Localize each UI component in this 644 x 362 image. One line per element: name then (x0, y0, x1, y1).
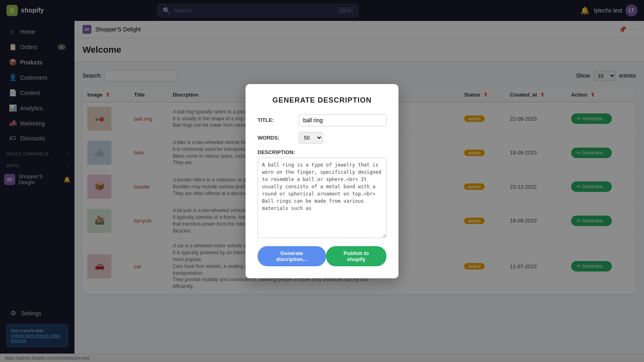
generate-description-modal: GENERATE DESCRIPTION TITLE: WORDS: 10 20… (246, 84, 398, 278)
modal-description-label: DESCRIPTION: (258, 149, 386, 155)
publish-to-shopify-button[interactable]: Publish to shopify (326, 246, 386, 266)
modal-title-field: TITLE: (258, 114, 386, 126)
main-content: SD Shopper'S Delight 📌 ··· Welcome Searc… (74, 21, 644, 354)
modal-actions: Generate discription... Publish to shopi… (258, 246, 386, 266)
modal-description-field: DESCRIPTION: A ball ring is a type of je… (258, 149, 386, 240)
modal-words-label: WORDS: (258, 135, 294, 141)
modal-description-textarea[interactable]: A ball ring is a type of jewelry that is… (258, 158, 386, 238)
modal-title-input[interactable] (299, 114, 386, 126)
modal-words-select[interactable]: 10 20 30 40 50 100 (299, 132, 323, 144)
modal-overlay[interactable]: GENERATE DESCRIPTION TITLE: WORDS: 10 20… (74, 21, 644, 354)
modal-title-label: TITLE: (258, 117, 294, 123)
generate-description-button[interactable]: Generate discription... (258, 246, 326, 266)
layout: ⌂ Home 📋 Orders 6 📦 Products 👤 Customers… (0, 21, 644, 354)
modal-words-field: WORDS: 10 20 30 40 50 100 (258, 132, 386, 144)
modal-title: GENERATE DESCRIPTION (258, 96, 386, 105)
